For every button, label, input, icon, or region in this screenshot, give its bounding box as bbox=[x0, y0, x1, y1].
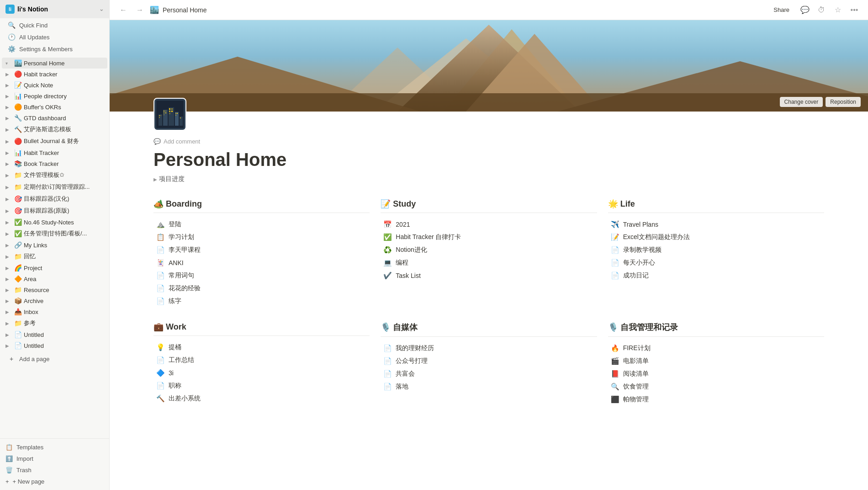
section-item-icon: 💡 bbox=[156, 343, 165, 352]
import-button[interactable]: ⬆️ Import bbox=[0, 453, 109, 464]
section-item[interactable]: 💡 提桶 bbox=[153, 341, 370, 353]
nav-arrow-untitled1: ▶ bbox=[5, 332, 12, 337]
section-item[interactable]: 📄 我的理财经历 bbox=[381, 342, 597, 354]
sidebar-nav-item-buffers-okrs[interactable]: ▶ 🟠 Buffer's OKRs bbox=[2, 101, 107, 112]
section-item[interactable]: 📄 每天小开心 bbox=[608, 257, 824, 269]
import-icon: ⬆️ bbox=[5, 455, 13, 462]
sidebar-nav-item-resource[interactable]: ▶ 📁 Resource bbox=[2, 284, 107, 295]
section-item-icon: 💻 bbox=[383, 259, 392, 267]
sidebar-nav-item-area[interactable]: ▶ 🔶 Area bbox=[2, 273, 107, 284]
more-icon-button[interactable]: ••• bbox=[848, 4, 861, 16]
sidebar-nav-item-goal-tracker-en[interactable]: ▶ 🎯 目标跟踪器(原版) bbox=[2, 205, 107, 217]
sidebar-nav-item-arthasankalpa[interactable]: ▶ 🔨 艾萨洛斯遗忘模板 bbox=[2, 123, 107, 135]
sidebar-nav-item-my-links[interactable]: ▶ 🔗 My Links bbox=[2, 240, 107, 250]
section-item-icon: ⬛ bbox=[611, 395, 619, 404]
workspace-icon: li bbox=[5, 5, 15, 14]
sidebar-nav-item-diary[interactable]: ▶ 📁 回忆 bbox=[2, 250, 107, 262]
templates-button[interactable]: 📋 Templates bbox=[0, 442, 109, 453]
sidebar-nav-item-reference[interactable]: ▶ 📁 参考 bbox=[2, 317, 107, 329]
section-item[interactable]: 📄 李天甲课程 bbox=[153, 244, 370, 256]
sidebar-nav-item-habit-tracker2[interactable]: ▶ 📊 Habit Tracker bbox=[2, 147, 107, 158]
section-item[interactable]: 📄 公众号打理 bbox=[381, 355, 597, 367]
back-button[interactable]: ← bbox=[117, 4, 130, 16]
sidebar-nav-item-gtd-dashboard[interactable]: ▶ 🔧 GTD dashboard bbox=[2, 112, 107, 123]
section-item-text: 出差小系统 bbox=[169, 394, 367, 403]
section-item[interactable]: 🎬 电影清单 bbox=[608, 355, 824, 367]
trash-button[interactable]: 🗑️ Trash bbox=[0, 464, 109, 476]
workspace-header[interactable]: li li's Notion ⌄ bbox=[0, 0, 109, 18]
nav-arrow-my-links: ▶ bbox=[5, 243, 12, 248]
sidebar-nav-item-personal-home[interactable]: ▾ 🏙️ Personal Home bbox=[2, 58, 107, 69]
section-item[interactable]: 📕 阅读清单 bbox=[608, 368, 824, 380]
section-item[interactable]: 📅 2021 bbox=[381, 218, 597, 230]
section-item[interactable]: 📋 学习计划 bbox=[153, 231, 370, 243]
section-item[interactable]: ♻️ Notion进化 bbox=[381, 244, 597, 256]
nav-label-resource: Resource bbox=[24, 287, 104, 293]
section-item[interactable]: 🃏 ANKI bbox=[153, 257, 370, 269]
nav-icon-diary: 📁 bbox=[14, 253, 22, 260]
section-item[interactable]: 📄 录制教学视频 bbox=[608, 244, 824, 256]
section-item-text: Notion进化 bbox=[396, 246, 594, 254]
section-item[interactable]: 📄 工作总结 bbox=[153, 354, 370, 366]
svg-rect-24 bbox=[171, 111, 173, 112]
sidebar-nav-item-people-directory[interactable]: ▶ 📊 People directory bbox=[2, 91, 107, 101]
section-item[interactable]: 🔥 FIRE计划 bbox=[608, 342, 824, 354]
new-page-button[interactable]: + + New page bbox=[0, 476, 109, 487]
comment-icon-button[interactable]: 💬 bbox=[799, 4, 811, 16]
sidebar-nav-item-quick-note[interactable]: ▶ 📝 Quick Note bbox=[2, 80, 107, 91]
nav-icon-area: 🔶 bbox=[14, 275, 22, 282]
sidebar-settings[interactable]: ⚙️ Settings & Members bbox=[2, 43, 107, 55]
sidebar-nav-item-archive[interactable]: ▶ 📦 Archive bbox=[2, 295, 107, 306]
section-item[interactable]: 📄 花花的经验 bbox=[153, 282, 370, 294]
star-icon-button[interactable]: ☆ bbox=[831, 4, 844, 16]
page-icon[interactable] bbox=[153, 98, 186, 131]
sidebar-nav-item-task-management[interactable]: ▶ ✅ 任务管理|甘特图/看板/... bbox=[2, 228, 107, 240]
sidebar-nav-item-project[interactable]: ▶ 🌈 Project bbox=[2, 262, 107, 273]
forward-button[interactable]: → bbox=[133, 4, 146, 16]
section-item[interactable]: ⛰️ 登陆 bbox=[153, 218, 370, 230]
sidebar-nav-item-file-template[interactable]: ▶ 📁 文件管理模板✩ bbox=[2, 169, 107, 181]
sidebar-nav-item-study-notes[interactable]: ▶ ✅ No.46 Study-Notes bbox=[2, 217, 107, 228]
sidebar-nav-item-bullet-journal[interactable]: ▶ 🔴 Bullet Journal & 财务 bbox=[2, 135, 107, 147]
section-item[interactable]: ✔️ Task List bbox=[381, 270, 597, 282]
section-item-text: 录制教学视频 bbox=[623, 246, 821, 254]
nav-label-untitled1: Untitled bbox=[24, 331, 104, 338]
section-item[interactable]: 📄 共富会 bbox=[381, 368, 597, 380]
sidebar-nav-item-untitled2[interactable]: ▶ 📄 Untitled bbox=[2, 340, 107, 351]
section-item[interactable]: 📄 练字 bbox=[153, 295, 370, 307]
svg-rect-17 bbox=[164, 112, 164, 113]
sidebar-all-updates[interactable]: 🕐 All Updates bbox=[2, 31, 107, 43]
section-item[interactable]: ⬛ 帕物管理 bbox=[608, 394, 824, 405]
sidebar-nav-item-subscription[interactable]: ▶ 📁 定期付款\订阅管理跟踪... bbox=[2, 181, 107, 193]
timer-icon-button[interactable]: ⏱ bbox=[815, 4, 828, 16]
nav-label-task-management: 任务管理|甘特图/看板/... bbox=[24, 229, 104, 238]
add-page-button[interactable]: + Add a page bbox=[2, 353, 107, 365]
section-item[interactable]: ✅ Habit Tracker 自律打卡 bbox=[381, 231, 597, 243]
sidebar-nav-item-goal-tracker-cn[interactable]: ▶ 🎯 目标跟踪器(汉化) bbox=[2, 193, 107, 205]
section-item[interactable]: ✈️ Travel Plans bbox=[608, 218, 824, 230]
section-item[interactable]: 📄 常用词句 bbox=[153, 270, 370, 282]
section-item[interactable]: 📄 成功日记 bbox=[608, 270, 824, 282]
nav-arrow-habit-tracker2: ▶ bbox=[5, 150, 12, 155]
updates-icon: 🕐 bbox=[7, 33, 16, 41]
section-item-icon: 📄 bbox=[383, 357, 392, 365]
section-item[interactable]: 📄 落地 bbox=[381, 381, 597, 393]
section-item[interactable]: 🔷 3i bbox=[153, 367, 370, 379]
section-item-text: 我的理财经历 bbox=[396, 344, 594, 352]
add-comment-row[interactable]: 💬 Add comment bbox=[153, 138, 824, 145]
section-items-media: 📄 我的理财经历 📄 公众号打理 📄 共富会 📄 落地 bbox=[381, 342, 597, 393]
page-content: Change cover Reposition bbox=[110, 20, 868, 490]
section-item[interactable]: 📝 Excel文档问题处理办法 bbox=[608, 231, 824, 243]
section-item[interactable]: 🔨 出差小系统 bbox=[153, 393, 370, 405]
share-button[interactable]: Share bbox=[768, 5, 795, 15]
sidebar-nav-item-inbox[interactable]: ▶ 📥 Inbox bbox=[2, 306, 107, 317]
svg-rect-12 bbox=[160, 115, 161, 116]
section-item[interactable]: 📄 职称 bbox=[153, 380, 370, 392]
section-item[interactable]: 🔍 饮食管理 bbox=[608, 381, 824, 393]
sidebar-nav-item-book-tracker[interactable]: ▶ 📚 Book Tracker bbox=[2, 158, 107, 169]
sidebar-nav-item-habit-tracker[interactable]: ▶ 🔴 Habit tracker bbox=[2, 69, 107, 80]
section-item[interactable]: 💻 编程 bbox=[381, 257, 597, 269]
sidebar-quick-find[interactable]: 🔍 Quick Find bbox=[2, 19, 107, 31]
sidebar-nav-item-untitled1[interactable]: ▶ 📄 Untitled bbox=[2, 329, 107, 340]
toggle-row[interactable]: ▶ 项目进度 bbox=[153, 174, 824, 184]
